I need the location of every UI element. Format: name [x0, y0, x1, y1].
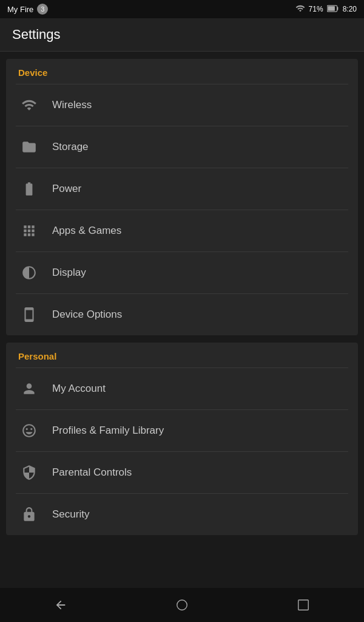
person-icon	[18, 378, 40, 400]
display-label: Display	[52, 267, 86, 279]
recent-apps-button[interactable]	[285, 593, 322, 617]
parental-controls-label: Parental Controls	[52, 466, 132, 479]
wifi-icon	[18, 94, 40, 116]
phone-icon	[18, 304, 40, 326]
battery-percent: 71%	[309, 5, 323, 13]
svg-rect-1	[328, 6, 335, 11]
apps-games-label: Apps & Games	[52, 225, 121, 237]
device-options-label: Device Options	[52, 309, 122, 321]
storage-item[interactable]: Storage	[6, 126, 358, 168]
security-item[interactable]: Security	[6, 494, 358, 535]
back-button[interactable]	[42, 593, 79, 617]
clock: 8:20	[343, 5, 357, 13]
device-options-item[interactable]: Device Options	[6, 294, 358, 335]
bottom-nav	[0, 588, 364, 622]
personal-section-header: Personal	[6, 343, 358, 367]
battery-icon	[18, 178, 40, 200]
home-button[interactable]	[164, 593, 200, 617]
wifi-signal-icon	[295, 4, 305, 15]
smiley-icon	[18, 420, 40, 442]
display-item[interactable]: Display	[6, 252, 358, 293]
page-title-bar: Settings	[0, 18, 364, 52]
status-bar: My Fire 3 71% 8:20	[0, 0, 364, 18]
status-right: 71% 8:20	[295, 4, 357, 15]
app-name: My Fire	[7, 5, 33, 14]
wireless-item[interactable]: Wireless	[6, 84, 358, 126]
display-icon	[18, 262, 40, 284]
settings-content: Device Wireless Storage	[0, 52, 364, 590]
svg-point-2	[177, 600, 187, 610]
power-item[interactable]: Power	[6, 168, 358, 210]
device-section: Device Wireless Storage	[6, 59, 358, 335]
personal-section: Personal My Account Profiles & Family Li…	[6, 343, 358, 535]
my-account-label: My Account	[52, 383, 106, 395]
grid-icon	[18, 220, 40, 242]
my-account-item[interactable]: My Account	[6, 368, 358, 409]
profiles-family-item[interactable]: Profiles & Family Library	[6, 410, 358, 451]
device-section-header: Device	[6, 59, 358, 84]
folder-icon	[18, 136, 40, 158]
storage-label: Storage	[52, 141, 89, 153]
status-left: My Fire 3	[7, 4, 48, 15]
battery-icon	[327, 5, 339, 14]
apps-games-item[interactable]: Apps & Games	[6, 210, 358, 251]
page-title: Settings	[12, 27, 352, 43]
notification-badge: 3	[37, 4, 48, 15]
security-label: Security	[52, 508, 89, 521]
parental-controls-item[interactable]: Parental Controls	[6, 452, 358, 493]
shield-icon	[18, 462, 40, 484]
profiles-family-label: Profiles & Family Library	[52, 425, 164, 437]
wireless-label: Wireless	[52, 99, 92, 111]
power-label: Power	[52, 183, 81, 195]
lock-icon	[18, 504, 40, 525]
svg-rect-3	[298, 600, 309, 610]
